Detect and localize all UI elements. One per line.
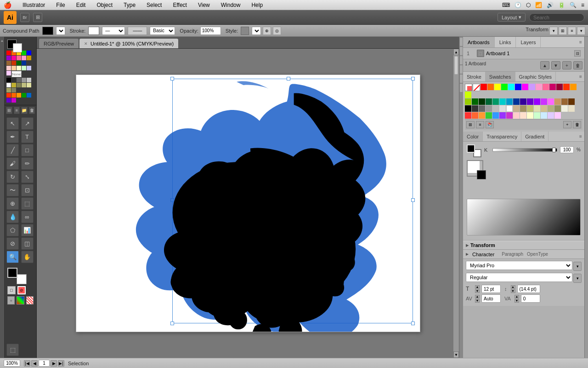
font-name-select[interactable]: Myriad Pro bbox=[466, 261, 572, 270]
pswatch-ly3[interactable] bbox=[527, 112, 533, 119]
gradient-btn[interactable] bbox=[17, 296, 24, 305]
pswatch-cerulean[interactable] bbox=[506, 98, 513, 105]
artboard-options-btn[interactable]: ⊡ bbox=[574, 50, 581, 57]
tab-graphic-styles[interactable]: Graphic Styles bbox=[515, 72, 556, 81]
move-down-btn[interactable]: ▼ bbox=[551, 61, 560, 69]
fill-color-swatch[interactable] bbox=[42, 27, 53, 35]
tracking-up-btn[interactable]: ▲ bbox=[475, 295, 480, 299]
scroll-down-btn[interactable]: ▼ bbox=[453, 351, 459, 358]
fill-dropdown[interactable] bbox=[56, 27, 65, 35]
tool-slice[interactable]: ⊘ bbox=[6, 237, 19, 250]
align-btn[interactable]: ≡ bbox=[568, 27, 576, 35]
tool-eraser[interactable]: ◫ bbox=[21, 237, 34, 250]
pswatch-amber[interactable] bbox=[570, 84, 577, 90]
bg-color-box[interactable] bbox=[17, 274, 27, 284]
pswatch-sand[interactable] bbox=[513, 105, 520, 112]
pswatch-darker-green[interactable] bbox=[479, 98, 485, 105]
prev-page-btn[interactable]: ◀ bbox=[31, 360, 38, 367]
swatch-white[interactable] bbox=[6, 83, 11, 87]
delete-swatch-btn[interactable]: 🗑 bbox=[573, 121, 581, 128]
pswatch-linen[interactable] bbox=[568, 105, 575, 112]
pswatch-m3[interactable] bbox=[506, 112, 513, 119]
tab-layers[interactable]: Layers bbox=[516, 37, 541, 47]
swatch-lavender[interactable] bbox=[6, 71, 11, 75]
swatch-ctrl-folder[interactable]: 📁 bbox=[21, 107, 28, 114]
font-size-up-btn[interactable]: ▲ bbox=[475, 285, 480, 289]
swatch-black[interactable] bbox=[6, 78, 11, 82]
pswatch-lightgray2[interactable] bbox=[492, 105, 499, 112]
stroke-weight[interactable]: — bbox=[102, 27, 125, 35]
color-mode-btn[interactable]: ○ bbox=[7, 296, 15, 305]
pswatch-forest[interactable] bbox=[486, 98, 492, 105]
tab-stroke[interactable]: Stroke bbox=[463, 72, 486, 81]
swatch-green[interactable] bbox=[22, 51, 26, 55]
zoom-input[interactable] bbox=[4, 360, 20, 367]
tool-shape-builder[interactable]: ⊕ bbox=[6, 197, 19, 210]
color-preview-fg[interactable] bbox=[477, 170, 486, 179]
pswatch-burgundy[interactable] bbox=[556, 84, 563, 90]
tool-paintbrush[interactable]: 🖌 bbox=[6, 157, 19, 170]
tab-swatches[interactable]: Swatches bbox=[486, 72, 515, 81]
swatch-cream[interactable] bbox=[27, 83, 31, 87]
pswatch-orange[interactable] bbox=[487, 84, 494, 90]
swatch-b2[interactable] bbox=[27, 93, 31, 98]
pswatch-medgray2[interactable] bbox=[479, 105, 485, 112]
tool-direct-selection[interactable]: ↗ bbox=[21, 117, 34, 130]
tab-links[interactable]: Links bbox=[495, 37, 516, 47]
pswatch-hotpink[interactable] bbox=[543, 84, 549, 90]
pswatch-r3[interactable] bbox=[465, 112, 471, 119]
pswatch-dark-brown[interactable] bbox=[568, 98, 575, 105]
pswatch-lp3[interactable] bbox=[548, 112, 554, 119]
tab-cmyk-preview[interactable]: ✕ Untitled-1* @ 100% (CMYK/Preview) bbox=[79, 38, 179, 48]
stroke-style[interactable]: —— bbox=[128, 27, 147, 35]
k-slider-track[interactable] bbox=[492, 148, 557, 152]
tracking-input[interactable] bbox=[481, 294, 501, 303]
swatch-lightblue[interactable] bbox=[27, 66, 31, 70]
leading-input[interactable] bbox=[517, 285, 540, 293]
leading-up-btn[interactable]: ▲ bbox=[511, 285, 515, 289]
scroll-up-btn[interactable]: ▲ bbox=[453, 49, 459, 55]
pswatch-b3[interactable] bbox=[492, 112, 499, 119]
panel-menu-btn[interactable]: ≡ bbox=[577, 37, 584, 47]
scroll-track[interactable] bbox=[453, 55, 459, 351]
tool-rectangle[interactable]: □ bbox=[21, 144, 34, 156]
pswatch-gray2[interactable] bbox=[486, 105, 492, 112]
pswatch-royal[interactable] bbox=[513, 98, 520, 105]
swatch-lightpink[interactable] bbox=[17, 56, 21, 60]
fill-indicator[interactable]: □ bbox=[7, 286, 16, 294]
swatch-darkgreen[interactable] bbox=[17, 61, 21, 65]
pswatch-lb3[interactable] bbox=[541, 112, 547, 119]
tab-rgb-preview[interactable]: RGB/Preview bbox=[39, 38, 79, 48]
swatch-khaki[interactable] bbox=[17, 83, 21, 87]
pswatch-cyan[interactable] bbox=[508, 84, 514, 90]
swatch-blue[interactable] bbox=[27, 51, 31, 55]
color-fg-box[interactable] bbox=[467, 144, 475, 153]
canvas-vscroll[interactable]: ▲ ▼ bbox=[453, 49, 459, 358]
pswatch-lr3[interactable] bbox=[513, 112, 520, 119]
tool-selection[interactable]: ↖ bbox=[6, 117, 19, 130]
tool-hand[interactable]: ✋ bbox=[21, 251, 34, 263]
extra-options-btn[interactable]: ▾ bbox=[577, 27, 585, 35]
kerning-input[interactable] bbox=[521, 294, 540, 303]
gradient-bar[interactable] bbox=[467, 199, 581, 236]
pswatch-indigo[interactable] bbox=[520, 98, 526, 105]
page-input[interactable] bbox=[39, 360, 50, 367]
pswatch-fuchsia[interactable] bbox=[548, 98, 554, 105]
swatch-library-menu-btn[interactable]: 📚 bbox=[486, 121, 494, 128]
swatch-y2[interactable] bbox=[17, 93, 21, 98]
pswatch-p3[interactable] bbox=[499, 112, 506, 119]
swatch-medgray[interactable] bbox=[17, 78, 21, 82]
pswatch-cranberry[interactable] bbox=[549, 84, 556, 90]
pswatch-magenta[interactable] bbox=[522, 84, 528, 90]
pswatch-cream2[interactable] bbox=[534, 105, 540, 112]
paragraph-tab-label[interactable]: Paragraph bbox=[502, 252, 523, 257]
pswatch-yellow-green[interactable] bbox=[465, 98, 471, 105]
swatch-lightgreen[interactable] bbox=[22, 66, 26, 70]
tab-color[interactable]: Color bbox=[463, 132, 483, 141]
sub-panel-menu[interactable]: ≡ bbox=[577, 74, 584, 79]
delete-artboard-btn[interactable]: 🗑 bbox=[573, 61, 582, 69]
font-size-down-btn[interactable]: ▼ bbox=[475, 289, 480, 293]
pswatch-violet[interactable] bbox=[527, 98, 533, 105]
swatch-brown[interactable] bbox=[6, 61, 11, 65]
stroke-type-dropdown[interactable]: Basic bbox=[150, 27, 175, 35]
